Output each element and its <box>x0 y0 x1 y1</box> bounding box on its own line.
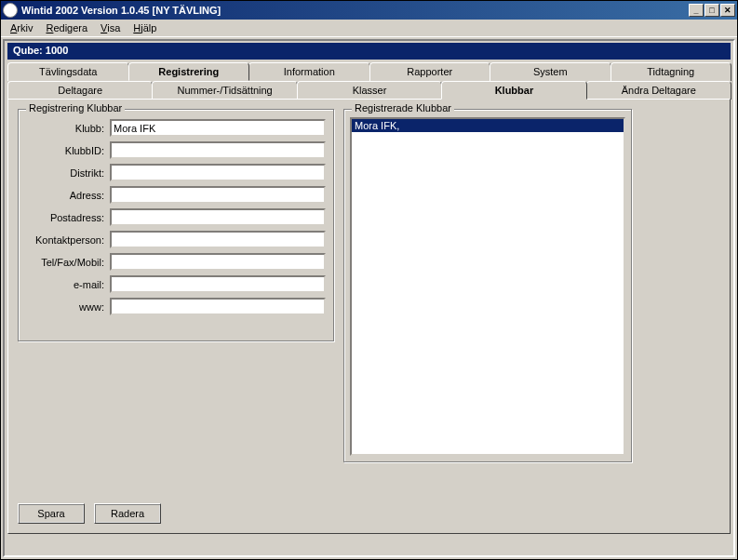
label-klubbid: KlubbID: <box>26 145 110 156</box>
group-left-legend: Registrering Klubbar <box>26 102 125 113</box>
menu-arkiv[interactable]: Arkiv <box>5 21 38 34</box>
app-icon <box>3 3 18 18</box>
list-item[interactable]: Mora IFK, <box>352 119 624 132</box>
menubar: Arkiv Redigera Visa Hjälp <box>1 20 737 37</box>
tab-tidtagning[interactable]: Tidtagning <box>611 62 732 81</box>
menu-visa[interactable]: Visa <box>95 21 126 34</box>
group-right-legend: Registrerade Klubbar <box>352 102 454 113</box>
label-email: e-mail: <box>26 279 110 290</box>
subtab-nummer[interactable]: Nummer-/Tidsättning <box>152 81 297 100</box>
label-www: www: <box>26 301 110 313</box>
main-tabs: Tävlingsdata Registrering Information Ra… <box>7 62 731 81</box>
input-postadress[interactable] <box>110 208 326 226</box>
tabs-area: Tävlingsdata Registrering Information Ra… <box>7 62 731 534</box>
input-email[interactable] <box>110 275 326 293</box>
menu-redigera[interactable]: Redigera <box>40 21 93 34</box>
spara-button[interactable]: Spara <box>18 503 85 524</box>
label-adress: Adress: <box>26 190 110 201</box>
group-registrering-klubbar: Registrering Klubbar Klubb: KlubbID: Dis… <box>18 109 334 341</box>
input-adress[interactable] <box>110 186 326 204</box>
tab-information[interactable]: Information <box>248 62 370 81</box>
subtab-klasser[interactable]: Klasser <box>297 81 442 100</box>
tab-content: Registrering Klubbar Klubb: KlubbID: Dis… <box>7 99 731 534</box>
tab-system[interactable]: System <box>490 62 611 81</box>
label-tel: Tel/Fax/Mobil: <box>26 257 110 268</box>
maximize-button[interactable]: □ <box>704 4 719 17</box>
tab-registrering[interactable]: Registrering <box>128 62 250 81</box>
input-distrikt[interactable] <box>110 164 326 181</box>
label-klubb: Klubb: <box>26 123 110 134</box>
subtab-deltagare[interactable]: Deltagare <box>7 81 153 100</box>
input-tel[interactable] <box>110 253 326 271</box>
window-title: Wintid 2002 Version 1.0.45 [NY TÄVLING] <box>21 5 689 16</box>
tab-tavlingsdata[interactable]: Tävlingsdata <box>7 62 129 81</box>
sub-tabs: Deltagare Nummer-/Tidsättning Klasser Kl… <box>7 81 731 100</box>
subtab-klubbar[interactable]: Klubbar <box>441 81 586 100</box>
menu-hjalp[interactable]: Hjälp <box>127 21 162 34</box>
button-bar: Spara Radera <box>18 503 161 524</box>
minimize-button[interactable]: _ <box>689 4 704 17</box>
titlebar: Wintid 2002 Version 1.0.45 [NY TÄVLING] … <box>1 1 737 20</box>
label-postadress: Postadress: <box>26 212 110 223</box>
group-registrerade-klubbar: Registrerade Klubbar Mora IFK, <box>343 109 632 462</box>
qube-bar: Qube: 1000 <box>7 43 731 60</box>
radera-button[interactable]: Radera <box>94 503 161 524</box>
content-area: Qube: 1000 Tävlingsdata Registrering Inf… <box>3 39 735 557</box>
klubbar-listbox[interactable]: Mora IFK, <box>350 117 625 456</box>
window-controls: _ □ ✕ <box>689 4 735 17</box>
tab-rapporter[interactable]: Rapporter <box>369 62 491 81</box>
label-kontakt: Kontaktperson: <box>26 234 110 246</box>
input-www[interactable] <box>110 298 326 315</box>
input-klubbid[interactable] <box>110 141 326 159</box>
input-kontakt[interactable] <box>110 231 326 248</box>
input-klubb[interactable] <box>110 119 326 137</box>
app-window: Wintid 2002 Version 1.0.45 [NY TÄVLING] … <box>0 0 738 560</box>
close-button[interactable]: ✕ <box>720 4 735 17</box>
subtab-andra[interactable]: Ändra Deltagare <box>586 81 731 100</box>
label-distrikt: Distrikt: <box>26 167 110 179</box>
